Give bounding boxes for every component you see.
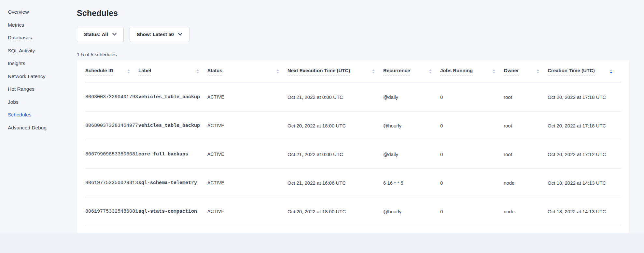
cell-status: ACTIVE bbox=[207, 197, 287, 226]
sidebar-item-overview[interactable]: Overview bbox=[8, 6, 77, 19]
column-label: Creation Time (UTC) bbox=[548, 68, 595, 75]
column-label: Recurrence bbox=[383, 68, 410, 75]
cell-next-execution-time: Oct 21, 2022 at 16:06 UTC bbox=[287, 168, 383, 197]
cell-status: ACTIVE bbox=[207, 168, 287, 197]
schedules-table-card: Schedule IDLabelStatusNext Execution Tim… bbox=[77, 60, 629, 233]
column-header-creation-time-utc[interactable]: Creation Time (UTC) bbox=[548, 60, 621, 83]
cell-schedule-id: 806799098533806081 bbox=[85, 140, 138, 168]
cell-jobs-running: 0 bbox=[440, 197, 504, 226]
cell-next-execution-time: Oct 20, 2022 at 18:00 UTC bbox=[287, 197, 383, 226]
cell-status: ACTIVE bbox=[207, 140, 287, 168]
sort-arrows-icon bbox=[537, 69, 539, 73]
app-background: OverviewMetricsDatabasesSQL ActivityInsi… bbox=[0, 0, 644, 233]
cell-label: sql-schema-telemetry bbox=[138, 168, 207, 197]
sidebar-item-schedules[interactable]: Schedules bbox=[8, 108, 77, 121]
cell-jobs-running: 0 bbox=[440, 111, 504, 140]
sort-arrows-icon bbox=[372, 69, 375, 73]
sidebar-item-advanced-debug[interactable]: Advanced Debug bbox=[8, 121, 77, 134]
cell-status: ACTIVE bbox=[207, 83, 287, 111]
column-header-status[interactable]: Status bbox=[207, 60, 287, 83]
sort-arrows-icon bbox=[493, 69, 495, 73]
cell-schedule-id: 806197753325486081 bbox=[85, 197, 138, 226]
table-row: 806800373290401793vehicles_table_backupA… bbox=[85, 83, 621, 111]
column-label: Status bbox=[207, 68, 222, 75]
chevron-down-icon bbox=[178, 33, 182, 36]
column-header-next-execution-time-utc[interactable]: Next Execution Time (UTC) bbox=[287, 60, 383, 83]
chevron-down-icon bbox=[112, 33, 117, 36]
cell-recurrence: 6 16 * * 5 bbox=[383, 168, 440, 197]
column-label: Label bbox=[138, 68, 151, 75]
column-header-jobs-running[interactable]: Jobs Running bbox=[440, 60, 504, 83]
sort-arrows-icon bbox=[276, 69, 279, 73]
cell-recurrence: @hourly bbox=[383, 197, 440, 226]
cell-label: vehicles_table_backup bbox=[138, 111, 207, 140]
sort-arrows-icon bbox=[429, 69, 432, 73]
column-label: Schedule ID bbox=[85, 68, 113, 75]
cell-jobs-running: 0 bbox=[440, 168, 504, 197]
column-header-owner[interactable]: Owner bbox=[504, 60, 548, 83]
cell-jobs-running: 0 bbox=[440, 83, 504, 111]
cell-label: core_full_backups bbox=[138, 140, 207, 168]
page-title: Schedules bbox=[77, 8, 629, 18]
column-header-recurrence[interactable]: Recurrence bbox=[383, 60, 440, 83]
cell-label: sql-stats-compaction bbox=[138, 197, 207, 226]
table-body: 806800373290401793vehicles_table_backupA… bbox=[85, 83, 621, 226]
cell-schedule-id: 806800373283454977 bbox=[85, 111, 138, 140]
cell-owner: root bbox=[504, 83, 548, 111]
cell-next-execution-time: Oct 20, 2022 at 18:00 UTC bbox=[287, 111, 383, 140]
cell-schedule-id: 806800373290401793 bbox=[85, 83, 138, 111]
sidebar-item-databases[interactable]: Databases bbox=[8, 31, 77, 44]
schedules-table: Schedule IDLabelStatusNext Execution Tim… bbox=[85, 60, 621, 226]
column-header-label[interactable]: Label bbox=[138, 60, 207, 83]
filter-bar: Status: All Show: Latest 50 bbox=[77, 27, 629, 42]
sort-arrows-icon bbox=[196, 69, 199, 73]
column-header-schedule-id[interactable]: Schedule ID bbox=[85, 60, 138, 83]
cell-next-execution-time: Oct 21, 2022 at 0:00 UTC bbox=[287, 140, 383, 168]
column-label: Jobs Running bbox=[440, 68, 473, 75]
sidebar-item-network-latency[interactable]: Network Latency bbox=[8, 70, 77, 83]
cell-status: ACTIVE bbox=[207, 111, 287, 140]
cell-owner: root bbox=[504, 140, 548, 168]
cell-recurrence: @daily bbox=[383, 83, 440, 111]
table-row: 806799098533806081core_full_backupsACTIV… bbox=[85, 140, 621, 168]
cell-recurrence: @hourly bbox=[383, 111, 440, 140]
cell-owner: root bbox=[504, 111, 548, 140]
cell-creation-time: Oct 20, 2022 at 17:18 UTC bbox=[548, 111, 621, 140]
column-label: Owner bbox=[504, 68, 519, 75]
show-filter-dropdown[interactable]: Show: Latest 50 bbox=[130, 27, 189, 42]
cell-owner: node bbox=[504, 197, 548, 226]
cell-label: vehicles_table_backup bbox=[138, 83, 207, 111]
sort-arrows-icon bbox=[127, 69, 130, 73]
sidebar-item-jobs[interactable]: Jobs bbox=[8, 96, 77, 109]
results-count: 1-5 of 5 schedules bbox=[77, 52, 629, 57]
main-content: Schedules Status: All Show: Latest 50 1-… bbox=[77, 0, 629, 233]
sort-arrows-icon bbox=[610, 69, 612, 73]
sidebar-item-sql-activity[interactable]: SQL Activity bbox=[8, 44, 77, 57]
cell-creation-time: Oct 18, 2022 at 14:13 UTC bbox=[548, 168, 621, 197]
show-filter-label: Show: Latest 50 bbox=[137, 32, 174, 37]
sidebar-item-hot-ranges[interactable]: Hot Ranges bbox=[8, 83, 77, 96]
cell-creation-time: Oct 20, 2022 at 17:12 UTC bbox=[548, 140, 621, 168]
table-row: 806197753325486081sql-stats-compactionAC… bbox=[85, 197, 621, 226]
cell-recurrence: @daily bbox=[383, 140, 440, 168]
cell-jobs-running: 0 bbox=[440, 140, 504, 168]
cell-owner: node bbox=[504, 168, 548, 197]
status-filter-dropdown[interactable]: Status: All bbox=[77, 27, 124, 42]
cell-schedule-id: 806197753350029313 bbox=[85, 168, 138, 197]
table-row: 806197753350029313sql-schema-telemetryAC… bbox=[85, 168, 621, 197]
cell-creation-time: Oct 20, 2022 at 17:18 UTC bbox=[548, 83, 621, 111]
table-row: 806800373283454977vehicles_table_backupA… bbox=[85, 111, 621, 140]
column-label: Next Execution Time (UTC) bbox=[287, 68, 350, 75]
cell-next-execution-time: Oct 21, 2022 at 0:00 UTC bbox=[287, 83, 383, 111]
sidebar-item-insights[interactable]: Insights bbox=[8, 57, 77, 70]
cell-creation-time: Oct 18, 2022 at 14:13 UTC bbox=[548, 197, 621, 226]
sidebar-item-metrics[interactable]: Metrics bbox=[8, 19, 77, 32]
sidebar: OverviewMetricsDatabasesSQL ActivityInsi… bbox=[0, 0, 77, 134]
status-filter-label: Status: All bbox=[84, 32, 108, 37]
table-header-row: Schedule IDLabelStatusNext Execution Tim… bbox=[85, 60, 621, 83]
